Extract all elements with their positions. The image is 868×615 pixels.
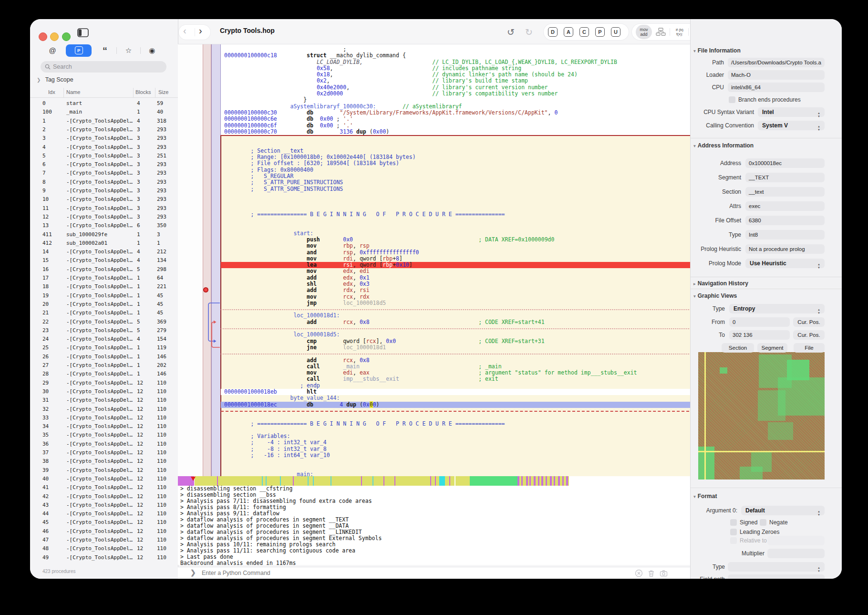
code-line[interactable]: mov rdi, qword [rbp+8] <box>221 256 690 262</box>
code-line[interactable]: ; S_ATTR_SOME_INSTRUCTIONS <box>221 186 690 192</box>
procedure-row[interactable]: 30-[Crypto_ToolsAppDel…12110 <box>30 387 178 396</box>
code-line[interactable]: 00000001000018eb hlt <box>221 389 690 395</box>
code-line[interactable] <box>221 192 690 198</box>
code-line[interactable]: and rsp, 0xfffffffffffffff0 <box>221 250 690 256</box>
procedure-row[interactable]: 36-[Crypto_ToolsAppDel…12110 <box>30 440 178 448</box>
search-input[interactable]: Search <box>41 61 166 73</box>
code-line[interactable]: 0000000100000c70 db 3136 dup (0x00) <box>221 129 690 135</box>
tab-procedures[interactable]: P <box>66 44 91 57</box>
code-line[interactable] <box>221 325 690 332</box>
inspector-field[interactable]: 0x1000018ec <box>745 158 825 168</box>
procedure-row[interactable]: 6-[Crypto_ToolsAppDel…3293 <box>30 160 178 169</box>
procedure-row[interactable]: 13-[Crypto_ToolsAppDel…6350 <box>30 221 178 230</box>
cur-pos-button[interactable]: Cur. Pos. <box>793 317 825 327</box>
camera-icon[interactable] <box>660 569 668 577</box>
redo-button[interactable]: ↻ <box>525 25 533 40</box>
code-line[interactable] <box>221 306 690 313</box>
inspector-field[interactable]: 6380 <box>745 216 825 225</box>
code-line[interactable]: jmp loc_1000018d5 <box>221 300 690 306</box>
disassembly-view[interactable]: ;0000000100000c18 struct __macho_dylib_c… <box>178 44 690 477</box>
code-line[interactable]: ; File offset : [6320; 189504[ (183184 b… <box>221 160 690 167</box>
procedure-row[interactable]: 14-[Crypto_ToolsAppDel…4212 <box>30 248 178 256</box>
code-line[interactable] <box>221 205 690 211</box>
procedure-row[interactable]: 9-[Crypto_ToolsAppDel…3293 <box>30 187 178 195</box>
code-line[interactable] <box>221 459 690 465</box>
data-mode-button[interactable]: D <box>548 27 558 37</box>
procedure-row[interactable]: 10-[Crypto_ToolsAppDel…3293 <box>30 195 178 204</box>
code-line[interactable] <box>221 198 690 205</box>
code-line[interactable]: mov rbp, rsp <box>221 243 690 249</box>
pseudocode-view-button[interactable]: if (b) f(x): <box>673 28 686 36</box>
tag-scope-disclosure[interactable]: ❯ Tag Scope <box>37 76 73 83</box>
code-line[interactable]: ; Range: [0x1000018b0; 0x10002e440[ (183… <box>221 154 690 160</box>
procedure-row[interactable]: 27-[Crypto_ToolsAppDel…1202 <box>30 361 178 370</box>
procedure-row[interactable]: 41-[Crypto_ToolsAppDel…12110 <box>30 483 178 492</box>
code-line[interactable]: shl edx, 0x3 <box>221 281 690 287</box>
procedure-row[interactable]: 0start459 <box>30 99 178 108</box>
inspector-dropdown[interactable] <box>728 574 825 579</box>
graphic-views-header[interactable]: ▾Graphic Views <box>693 292 737 299</box>
inspector-field[interactable]: Mach-O <box>728 70 825 80</box>
undefined-mode-button[interactable]: U <box>611 27 620 37</box>
sidebar-toggle-icon[interactable] <box>77 28 89 37</box>
code-line[interactable]: mov edi, eax ; argument "status" for met… <box>221 370 690 376</box>
checkbox[interactable] <box>729 96 735 103</box>
procedure-row[interactable]: 15-[Crypto_ToolsAppDel…4134 <box>30 256 178 265</box>
checkbox[interactable] <box>730 529 737 535</box>
code-line[interactable]: add edx, 0x1 <box>221 275 690 281</box>
procedure-row[interactable]: 43-[Crypto_ToolsAppDel…12110 <box>30 501 178 510</box>
inspector-dropdown[interactable] <box>728 562 825 572</box>
procedure-row[interactable]: 33-[Crypto_ToolsAppDel…12110 <box>30 414 178 422</box>
assembly-view-button[interactable]: mov add <box>636 25 652 39</box>
code-line[interactable]: push 0x0 ; DATA XREF=0x1000009d0 <box>221 237 690 243</box>
procedure-row[interactable]: 31-[Crypto_ToolsAppDel…12110 <box>30 396 178 405</box>
navigation-history-header[interactable]: ▸Navigation History <box>693 280 748 287</box>
close-button[interactable] <box>39 32 47 41</box>
code-line[interactable]: } <box>221 97 690 103</box>
code-line[interactable]: LC_LOAD_DYLIB, // LC_ID_DYLIB, LC_LOAD_{… <box>221 59 690 65</box>
cur-pos-button[interactable]: Cur. Pos. <box>793 330 825 340</box>
python-command-input[interactable] <box>201 569 584 577</box>
code-line[interactable]: loc_1000018d5: <box>221 332 690 338</box>
procedure-row[interactable]: 48-[Crypto_ToolsAppDel…12110 <box>30 544 178 553</box>
code-line[interactable]: start: <box>221 230 690 237</box>
inspector-field[interactable]: 302 136 <box>729 330 790 340</box>
tab-annotations[interactable]: @ <box>41 46 64 54</box>
code-line[interactable] <box>221 414 690 420</box>
code-line[interactable]: ; =============== B E G I N N I N G O F … <box>221 211 690 218</box>
procedure-row[interactable]: 42-[Crypto_ToolsAppDel…12110 <box>30 492 178 501</box>
inspector-field[interactable]: Not a procedure prolog <box>745 244 825 254</box>
procedure-row[interactable]: 4-[Crypto_ToolsAppDel…3293 <box>30 143 178 152</box>
inspector-field[interactable]: exec <box>745 201 825 211</box>
minimize-button[interactable] <box>50 32 59 41</box>
inspector-field[interactable]: /Users/bsr/Downloads/Crypto Tools.a <box>728 58 825 67</box>
clear-circle-icon[interactable] <box>635 569 643 577</box>
inspector-field[interactable]: __text <box>745 187 825 197</box>
inspector-field[interactable]: 0 <box>729 317 790 327</box>
code-line[interactable]: ; =============== B E G I N N I N G O F … <box>221 421 690 427</box>
checkbox[interactable] <box>760 519 766 526</box>
procedure-row[interactable]: 39-[Crypto_ToolsAppDel…12110 <box>30 466 178 475</box>
tab-strings[interactable]: “ <box>93 48 116 53</box>
code-line[interactable]: ; S_ATTR_PURE_INSTRUCTIONS <box>221 179 690 186</box>
code-line[interactable]: 0x40e2000, // library's current version … <box>221 84 690 91</box>
procedure-row[interactable]: 50-[Crypto_ToolsAppDel…12110 <box>30 562 178 563</box>
procedure-row[interactable]: 47-[Crypto_ToolsAppDel…12110 <box>30 536 178 544</box>
zoom-button[interactable] <box>62 32 71 41</box>
inspector-dropdown[interactable]: System V <box>758 121 825 130</box>
procedure-row[interactable]: 1-[Crypto_ToolsAppDel…4318 <box>30 117 178 125</box>
tab-scope[interactable]: ◉ <box>141 46 164 55</box>
procedure-row[interactable]: 28-[Crypto_ToolsAppDel…1146 <box>30 370 178 378</box>
code-line[interactable]: aSystemlibraryf_100000c30: // aSystemlib… <box>221 104 690 110</box>
code-line[interactable]: 0000000100000c6e db 0x00 ; '.' <box>221 116 690 122</box>
forward-button[interactable]: › <box>199 25 202 36</box>
code-line[interactable] <box>221 408 690 414</box>
code-line[interactable]: 0x2, // library's build time stamp <box>221 78 690 84</box>
inspector-dropdown[interactable]: Default <box>741 506 825 515</box>
code-line[interactable]: ; Variables: <box>221 433 690 439</box>
inspector-field[interactable]: __TEXT <box>745 173 825 182</box>
file-information-header[interactable]: ▾File Information <box>693 47 741 54</box>
procedure-row[interactable]: 44-[Crypto_ToolsAppDel…12110 <box>30 510 178 518</box>
code-line[interactable]: byte_value_144: <box>221 395 690 401</box>
cfg-view-icon[interactable] <box>656 28 666 36</box>
